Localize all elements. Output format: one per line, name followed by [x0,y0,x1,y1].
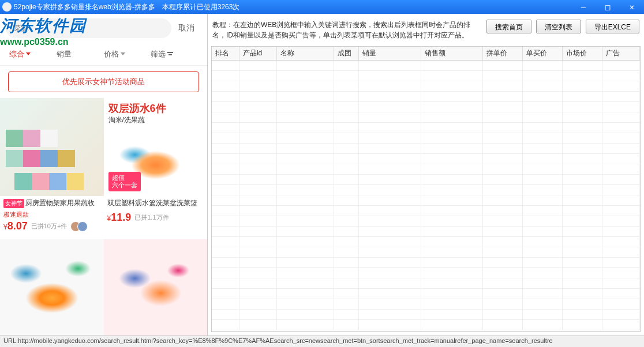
price-row: ¥8.07 已拼10万+件 [0,219,104,233]
col-single-price[interactable]: 单买价 [523,47,563,61]
tab-label: 综合 [9,49,24,59]
sort-tabs: 综合 销量 价格 筛选 [0,43,207,66]
instruction-text: 教程：在左边的WEB浏览框中输入关键词进行搜索，搜索出后列表框同时会产品的排名，… [212,20,482,40]
col-ad[interactable]: 广告 [602,47,640,61]
table-row[interactable] [212,123,640,133]
festival-badge: 女神节 [3,199,24,208]
col-product-id[interactable]: 产品id [239,47,276,61]
table-row[interactable] [212,112,640,123]
table-row[interactable] [212,164,640,175]
table-row[interactable] [212,310,640,320]
product-image [104,239,208,335]
price-row: ¥11.9 已拼1.1万件 [104,210,208,225]
product-price: ¥11.9 [107,212,132,224]
col-name[interactable]: 名称 [276,47,334,61]
table-row[interactable] [212,144,640,154]
col-rank[interactable]: 排名 [212,47,239,61]
export-excel-button[interactable]: 导出EXLCE [586,20,639,33]
app-icon [2,2,12,12]
filter-icon [167,52,173,56]
product-image [0,98,104,196]
tab-price[interactable]: 价格 [104,49,151,59]
caret-down-icon [121,52,125,55]
tab-label: 销量 [57,49,72,59]
window-controls: — □ ✕ [571,0,644,14]
table-row[interactable] [212,237,640,247]
table-row[interactable] [212,268,640,278]
table-row[interactable] [212,81,640,92]
table-row[interactable] [212,71,640,81]
table-row[interactable] [212,216,640,227]
table-row[interactable] [212,154,640,164]
promo-banner[interactable]: 优先展示女神节活动商品 [8,71,199,92]
cancel-button[interactable]: 取消 [171,23,201,33]
table-row[interactable] [212,299,640,310]
product-card[interactable] [104,239,208,335]
right-panel: 教程：在左边的WEB浏览框中输入关键词进行搜索，搜索出后列表框同时会产品的排名，… [208,14,644,335]
product-title: 双层塑料沥水篮洗菜盆洗菜篮 [104,196,208,210]
image-promo-title: 双层沥水6件 [104,98,208,115]
avatar [77,221,88,232]
maximize-button[interactable]: □ [596,0,620,14]
col-revenue[interactable]: 销售额 [421,47,483,61]
table-row[interactable] [212,227,640,237]
search-row: 菜篮 取消 [0,14,207,43]
table-row[interactable] [212,102,640,112]
status-bar: URL:http://mobile.yangkeduo.com/search_r… [0,335,644,347]
search-input[interactable]: 菜篮 [6,18,171,38]
toolbar-row: 教程：在左边的WEB浏览框中输入关键词进行搜索，搜索出后列表框同时会产品的排名，… [211,17,641,46]
product-card[interactable] [0,239,104,335]
product-image [0,239,104,335]
table-row[interactable] [212,175,640,185]
product-image: 双层沥水6件 淘米/洗果蔬 超值 六个一套 [104,98,208,196]
product-card[interactable]: 双层沥水6件 淘米/洗果蔬 超值 六个一套 双层塑料沥水篮洗菜盆洗菜篮 ¥11.… [104,98,208,239]
tab-comprehensive[interactable]: 综合 [9,49,57,59]
minimize-button[interactable]: — [571,0,596,14]
col-group[interactable]: 成团 [334,47,358,61]
main-container: 河东软件园 www.pc0359.cn 菜篮 取消 综合 销量 价格 筛选 [0,14,644,335]
image-promo-sub: 淘米/洗果蔬 [104,115,208,127]
caret-down-icon [26,52,31,55]
title-bar: 52pojie专家拼多多销量排名web浏览器-拼多多 本程序累计已使用3263次… [0,0,644,14]
refund-label: 极速退款 [0,210,104,219]
table-row[interactable] [212,133,640,144]
table-header-row: 排名 产品id 名称 成团 销量 销售额 拼单价 单买价 市场价 广告 [212,47,640,61]
product-title: 厨房置物架家用果蔬收 [25,198,95,208]
table-row[interactable] [212,206,640,216]
tab-label: 价格 [104,49,119,59]
product-card[interactable]: 女神节 厨房置物架家用果蔬收 极速退款 ¥8.07 已拼10万+件 [0,98,104,239]
table-row[interactable] [212,289,640,299]
value-badge: 超值 六个一套 [108,172,141,191]
table-row[interactable] [212,61,640,71]
bowl-illustration: 超值 六个一套 [104,127,208,196]
table-row[interactable] [212,247,640,258]
tab-filter[interactable]: 筛选 [151,49,198,59]
web-browser-panel: 河东软件园 www.pc0359.cn 菜篮 取消 综合 销量 价格 筛选 [0,14,208,335]
close-button[interactable]: ✕ [620,0,644,14]
results-table: 排名 产品id 名称 成团 销量 销售额 拼单价 单买价 市场价 广告 [212,47,640,330]
table-body [212,61,640,330]
buyer-avatars [70,221,88,232]
product-price: ¥8.07 [3,220,28,232]
results-table-container[interactable]: 排名 产品id 名称 成团 销量 销售额 拼单价 单买价 市场价 广告 [211,46,641,332]
tab-sales[interactable]: 销量 [57,49,104,59]
product-grid: 女神节 厨房置物架家用果蔬收 极速退款 ¥8.07 已拼10万+件 双层沥水6件 [0,98,207,335]
table-row[interactable] [212,278,640,289]
sold-count: 已拼1.1万件 [134,213,169,222]
tab-label: 筛选 [151,49,166,59]
table-row[interactable] [212,195,640,206]
col-market-price[interactable]: 市场价 [563,47,602,61]
table-row[interactable] [212,258,640,268]
sold-count: 已拼10万+件 [31,222,68,231]
table-row[interactable] [212,320,640,330]
table-row[interactable] [212,185,640,195]
clear-list-button[interactable]: 清空列表 [536,20,581,33]
product-title-row: 女神节 厨房置物架家用果蔬收 [0,196,104,210]
window-title: 52pojie专家拼多多销量排名web浏览器-拼多多 本程序累计已使用3263次 [14,2,239,12]
table-row[interactable] [212,92,640,102]
col-sales[interactable]: 销量 [358,47,421,61]
search-home-button[interactable]: 搜索首页 [486,20,531,33]
col-group-price[interactable]: 拼单价 [483,47,523,61]
